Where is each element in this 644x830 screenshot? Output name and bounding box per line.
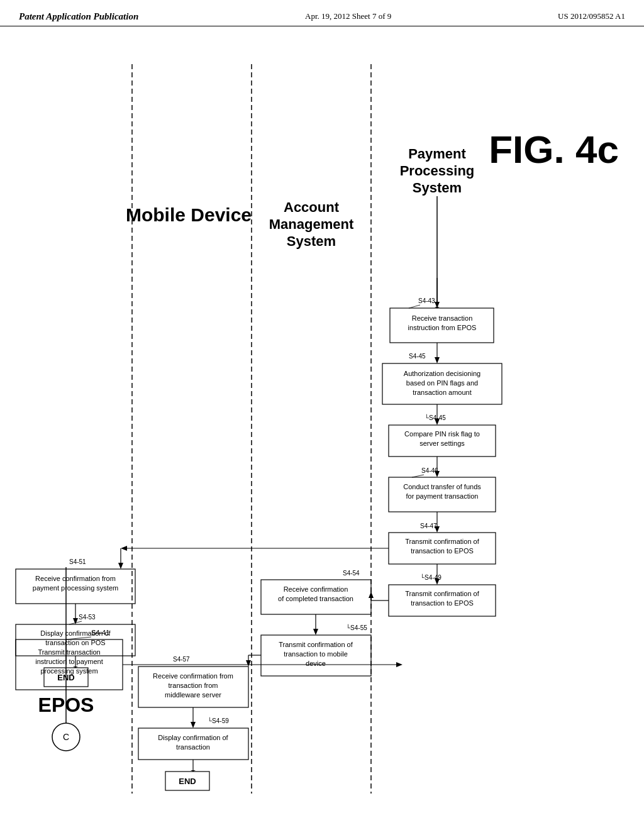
s4-53-id: S4-53 bbox=[79, 614, 96, 621]
s4-46-id: S4-46 bbox=[421, 467, 438, 474]
arrow-57-59-head bbox=[191, 722, 196, 728]
s4-55-text-3: device bbox=[306, 660, 326, 667]
s4-45b-id: └S4-45 bbox=[425, 414, 446, 421]
s4-54-text-2: of completed transaction bbox=[278, 595, 353, 602]
payment-proc-label-3: System bbox=[413, 180, 462, 196]
s4-54-text-1: Receive confirmation bbox=[284, 585, 348, 593]
s4-45-text-1: Authorization decisioning bbox=[404, 370, 480, 377]
arrow-54-55-head bbox=[313, 629, 318, 635]
s4-46-text-2: for payment transaction bbox=[406, 492, 479, 500]
s4-53-text-1: Display confirmation of bbox=[40, 629, 111, 637]
s4-59-id: └S4-59 bbox=[208, 717, 229, 724]
arrow-47-epos-head bbox=[121, 546, 127, 551]
s4-55-text-2: transaction to mobile bbox=[284, 650, 348, 658]
s4-45b-text-1: Compare PIN risk flag to bbox=[404, 430, 480, 438]
arrow-54-connect-head bbox=[369, 592, 374, 598]
s4-47-text-2: transaction to EPOS bbox=[411, 547, 474, 555]
page-header: Patent Application Publication Apr. 19, … bbox=[0, 0, 644, 26]
arrow-55-57-head bbox=[246, 660, 251, 667]
s4-46-text-1: Conduct transfer of funds bbox=[403, 483, 481, 490]
epos-circle-c: C bbox=[63, 732, 69, 742]
s4-45b-text-2: server settings bbox=[419, 440, 465, 447]
end-epos-text: END bbox=[57, 673, 74, 682]
patent-number: US 2012/095852 A1 bbox=[558, 11, 625, 21]
s4-51-text-1: Receive confirmation from bbox=[35, 575, 116, 582]
s4-57-text-2: transaction from bbox=[169, 682, 218, 689]
s4-43-text-1: Receive transaction bbox=[412, 314, 473, 322]
diagram-area: FIG. 4c EPOS Mobile Device Account Manag… bbox=[0, 26, 644, 819]
s4-55-id: └S4-55 bbox=[346, 624, 367, 631]
s4-55-text-1: Transmit confirmation of bbox=[279, 641, 353, 648]
s4-59-text-1: Display confirmation of bbox=[158, 734, 228, 741]
payment-proc-label-2: Processing bbox=[400, 163, 475, 179]
s4-54-id: S4-54 bbox=[343, 570, 360, 577]
s4-59-text-2: transaction bbox=[176, 743, 210, 751]
s4-43-bracket bbox=[409, 305, 420, 308]
arrow-to-s4-51-v-head bbox=[118, 563, 123, 569]
s4-45-text-2: based on PIN flags and bbox=[406, 379, 478, 387]
s4-43-text-2: instruction from EPOS bbox=[408, 324, 477, 331]
sheet-info: Apr. 19, 2012 Sheet 7 of 9 bbox=[305, 11, 391, 21]
s4-51-id: S4-51 bbox=[69, 558, 86, 565]
s4-57-text-1: Receive confirmation from bbox=[153, 672, 233, 680]
account-mgmt-label-2: Management bbox=[269, 216, 354, 232]
account-mgmt-label-3: System bbox=[287, 233, 336, 249]
s4-43-id: S4-43 bbox=[418, 297, 435, 304]
s4-49-id: └S4-49 bbox=[420, 573, 441, 581]
s4-41-text-1: Transmit transaction bbox=[38, 648, 100, 656]
patent-diagram: EPOS Mobile Device Account Management Sy… bbox=[0, 26, 644, 819]
end-mobile-text: END bbox=[179, 777, 196, 786]
account-mgmt-label-1: Account bbox=[284, 199, 340, 215]
s4-41-arrowhead bbox=[396, 662, 402, 667]
arrow-43-45-head bbox=[435, 357, 440, 363]
s4-57-id: S4-57 bbox=[173, 656, 190, 663]
s4-53-text-2: transaction on POS bbox=[45, 639, 105, 646]
s4-41-text-2: instruction to payment bbox=[35, 658, 103, 665]
s4-47-text-1: Transmit confirmation of bbox=[405, 538, 480, 545]
s4-45-text-3: transaction amount bbox=[413, 389, 472, 396]
mobile-device-label: Mobile Device bbox=[126, 204, 252, 225]
s4-49-text-1: Transmit confirmation of bbox=[405, 590, 480, 597]
payment-proc-label-1: Payment bbox=[408, 146, 466, 162]
s4-45-id: S4-45 bbox=[409, 353, 426, 360]
s4-47-id: S4-47 bbox=[420, 523, 437, 529]
publication-label: Patent Application Publication bbox=[19, 11, 138, 22]
s4-49-text-2: transaction to EPOS bbox=[411, 599, 474, 607]
s4-57-text-3: middleware server bbox=[165, 691, 221, 699]
s4-51-text-2: payment processing system bbox=[33, 584, 118, 592]
